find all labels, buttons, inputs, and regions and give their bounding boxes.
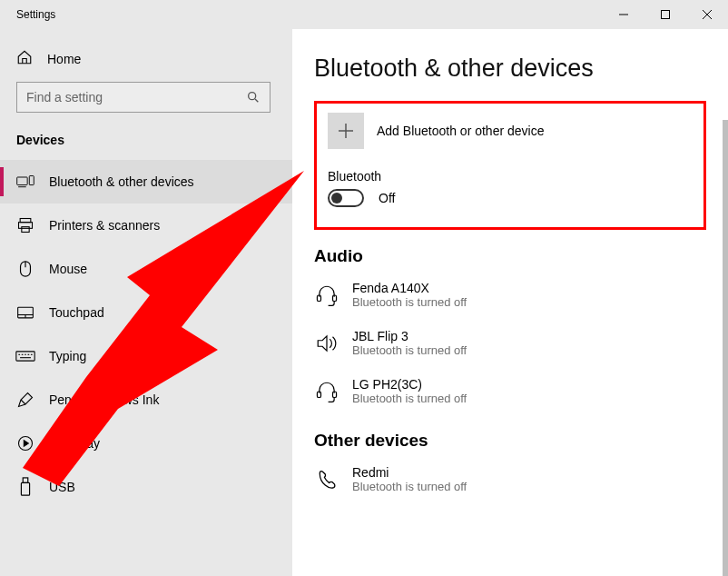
headset-icon — [314, 283, 339, 308]
sidebar-item-pen[interactable]: Pen & Windows Ink — [0, 378, 292, 422]
device-name: LG PH2(3C) — [352, 377, 467, 392]
search-icon — [246, 90, 261, 104]
plus-icon — [328, 113, 364, 149]
sidebar-item-label: Bluetooth & other devices — [49, 174, 194, 189]
content-pane: Bluetooth & other devices Add Bluetooth … — [292, 29, 728, 576]
sidebar-item-bluetooth[interactable]: Bluetooth & other devices — [0, 160, 292, 204]
touchpad-icon — [16, 303, 34, 322]
keyboard-icon — [16, 347, 34, 365]
bluetooth-toggle[interactable] — [328, 189, 364, 207]
autoplay-icon — [16, 434, 34, 452]
sidebar-item-label: Typing — [49, 349, 86, 363]
device-row[interactable]: Fenda A140X Bluetooth is turned off — [314, 273, 706, 322]
svg-marker-33 — [318, 335, 327, 350]
sidebar-section-title: Devices — [0, 129, 292, 160]
sidebar-item-usb[interactable]: USB — [0, 465, 292, 509]
headset-icon — [314, 379, 339, 404]
toggle-thumb — [331, 193, 342, 204]
svg-point-4 — [249, 93, 256, 100]
scrollbar[interactable] — [723, 120, 728, 576]
bluetooth-toggle-state: Off — [379, 191, 395, 205]
home-icon — [16, 49, 33, 69]
annotation-highlight-box: Add Bluetooth or other device Bluetooth … — [314, 101, 706, 230]
titlebar: Settings — [0, 0, 728, 29]
sidebar-item-label: Touchpad — [49, 305, 104, 320]
sidebar-item-autoplay[interactable]: AutoPlay — [0, 422, 292, 465]
sidebar-item-label: AutoPlay — [49, 436, 100, 451]
device-name: JBL Flip 3 — [352, 329, 467, 343]
device-status: Bluetooth is turned off — [352, 392, 467, 405]
pen-icon — [16, 391, 34, 409]
device-status: Bluetooth is turned off — [352, 343, 467, 357]
usb-icon — [16, 478, 34, 496]
printer-icon — [16, 216, 34, 234]
device-status: Bluetooth is turned off — [352, 295, 467, 309]
speaker-icon — [314, 331, 339, 356]
devices-icon — [16, 173, 34, 191]
search-input-wrap[interactable] — [16, 82, 271, 113]
sidebar-item-label: Mouse — [49, 262, 87, 276]
other-devices-section-title: Other devices — [314, 431, 706, 451]
svg-rect-27 — [23, 478, 28, 483]
svg-marker-26 — [24, 441, 28, 447]
device-row[interactable]: JBL Flip 3 Bluetooth is turned off — [314, 322, 706, 370]
sidebar: Home Devices Bluetooth & other devices — [0, 29, 292, 576]
device-row[interactable]: Redmi Bluetooth is turned off — [314, 458, 706, 506]
sidebar-item-mouse[interactable]: Mouse — [0, 247, 292, 291]
add-device-label: Add Bluetooth or other device — [377, 124, 544, 138]
home-label: Home — [47, 52, 81, 66]
svg-rect-6 — [17, 177, 27, 185]
svg-rect-7 — [29, 176, 34, 185]
sidebar-item-label: Pen & Windows Ink — [49, 392, 159, 407]
page-title: Bluetooth & other devices — [314, 55, 706, 83]
svg-rect-28 — [21, 482, 29, 495]
bluetooth-heading: Bluetooth — [328, 169, 693, 184]
sidebar-item-label: USB — [49, 480, 75, 494]
mouse-icon — [16, 260, 34, 278]
sidebar-item-touchpad[interactable]: Touchpad — [0, 291, 292, 334]
maximize-button[interactable] — [644, 0, 686, 29]
sidebar-item-printers[interactable]: Printers & scanners — [0, 204, 292, 247]
svg-rect-10 — [19, 223, 33, 229]
device-row[interactable]: LG PH2(3C) Bluetooth is turned off — [314, 370, 706, 418]
close-button[interactable] — [686, 0, 728, 29]
svg-rect-9 — [20, 219, 31, 223]
svg-line-5 — [255, 99, 258, 102]
add-device-button[interactable]: Add Bluetooth or other device — [328, 113, 693, 149]
device-status: Bluetooth is turned off — [352, 480, 467, 493]
svg-rect-11 — [22, 227, 29, 233]
device-name: Fenda A140X — [352, 281, 467, 295]
phone-icon — [314, 467, 339, 492]
minimize-button[interactable] — [603, 0, 644, 29]
window-title: Settings — [0, 8, 55, 21]
svg-line-24 — [21, 400, 25, 404]
svg-rect-17 — [16, 352, 34, 361]
home-nav[interactable]: Home — [0, 44, 292, 82]
audio-section-title: Audio — [314, 246, 706, 266]
svg-rect-1 — [662, 11, 670, 19]
device-name: Redmi — [352, 465, 467, 480]
sidebar-item-typing[interactable]: Typing — [0, 334, 292, 378]
sidebar-item-label: Printers & scanners — [49, 218, 160, 233]
search-input[interactable] — [26, 90, 246, 104]
